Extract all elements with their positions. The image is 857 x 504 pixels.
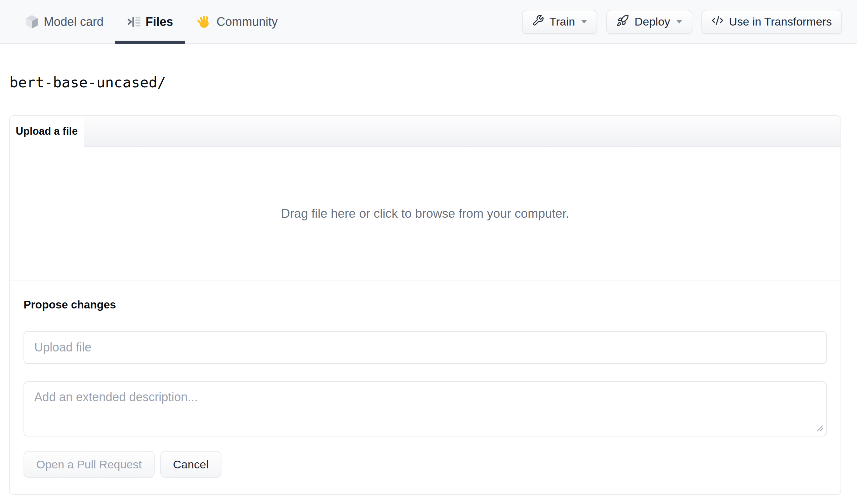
propose-changes-heading: Propose changes bbox=[23, 297, 827, 312]
propose-changes-section: Propose changes Open a Pull Request Canc… bbox=[10, 281, 841, 494]
waving-hand-icon bbox=[197, 14, 212, 29]
dropzone-text: Drag file here or click to browse from y… bbox=[281, 207, 569, 221]
train-button[interactable]: Train bbox=[522, 10, 597, 34]
cancel-button[interactable]: Cancel bbox=[160, 451, 221, 478]
upload-file-input[interactable] bbox=[23, 331, 827, 364]
caret-down-icon bbox=[676, 20, 682, 23]
tab-files[interactable]: Files bbox=[115, 0, 185, 43]
use-in-transformers-label: Use in Transformers bbox=[729, 15, 832, 28]
file-list-icon bbox=[127, 16, 140, 28]
tab-model-card[interactable]: Model card bbox=[14, 0, 115, 43]
train-button-label: Train bbox=[550, 15, 575, 28]
open-pull-request-button[interactable]: Open a Pull Request bbox=[23, 451, 155, 478]
deploy-button-label: Deploy bbox=[635, 15, 670, 28]
breadcrumb[interactable]: bert-base-uncased/ bbox=[10, 73, 166, 91]
upload-card: Upload a file Drag file here or click to… bbox=[9, 115, 841, 495]
file-dropzone[interactable]: Drag file here or click to browse from y… bbox=[10, 147, 841, 281]
extended-description-textarea[interactable] bbox=[23, 381, 827, 436]
tab-files-label: Files bbox=[146, 15, 173, 29]
repo-tab-bar: Model card Files bbox=[0, 0, 857, 44]
wrench-icon bbox=[532, 14, 544, 29]
upload-card-tabstrip: Upload a file bbox=[10, 116, 841, 147]
form-buttons-row: Open a Pull Request Cancel bbox=[23, 451, 827, 478]
caret-down-icon bbox=[581, 20, 587, 23]
code-icon bbox=[711, 14, 724, 29]
upload-a-file-tab[interactable]: Upload a file bbox=[10, 116, 84, 147]
use-in-transformers-button[interactable]: Use in Transformers bbox=[701, 10, 842, 34]
active-tab-underline bbox=[115, 41, 185, 44]
description-field-wrap bbox=[23, 381, 827, 436]
deploy-button[interactable]: Deploy bbox=[606, 10, 692, 34]
tabstrip-filler bbox=[84, 116, 841, 147]
tab-community-label: Community bbox=[216, 15, 278, 29]
rocket-icon bbox=[616, 14, 629, 30]
repo-action-buttons: Train Deploy bbox=[522, 0, 842, 43]
tab-model-card-label: Model card bbox=[44, 15, 103, 29]
repo-tabs: Model card Files bbox=[14, 0, 289, 43]
resize-handle-icon[interactable] bbox=[816, 424, 824, 434]
tab-community[interactable]: Community bbox=[185, 0, 289, 43]
cube-icon bbox=[25, 14, 39, 29]
